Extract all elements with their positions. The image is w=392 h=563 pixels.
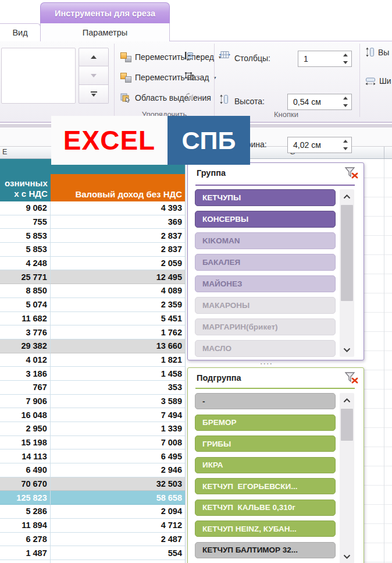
sheet-cells[interactable]	[364, 159, 392, 563]
slicer-item[interactable]: МАКАРОНЫ	[195, 297, 336, 314]
cell-gross-income[interactable]: 4 393	[51, 201, 185, 215]
cell-gross-income[interactable]: 2 059	[51, 257, 185, 271]
columns-spinner[interactable]	[340, 51, 351, 66]
cell-gross-income[interactable]: 58 658	[51, 491, 185, 505]
cell-gross-income[interactable]: 32 503	[51, 477, 185, 491]
slicer-item[interactable]: БРЕМОР	[195, 415, 336, 431]
scroll-up-button[interactable]	[340, 393, 354, 408]
slicer-scrollbar[interactable]	[340, 189, 354, 357]
gallery-more-button[interactable]	[79, 85, 109, 104]
tab-options[interactable]: Параметры	[40, 23, 170, 41]
cell-gross-income[interactable]: 369	[51, 215, 185, 229]
slicer-item[interactable]: КЕТЧУП КАЛЬВЕ 0,310г	[195, 500, 336, 516]
cell-gross-income[interactable]: 1 821	[51, 353, 185, 367]
cell-retail-sum[interactable]: 755	[0, 215, 51, 229]
cell-gross-income[interactable]: 7 008	[51, 436, 185, 450]
pivot-table[interactable]: озничных х с НДС Валовый доход без НДС 9…	[0, 159, 186, 563]
cell-gross-income[interactable]: 554	[51, 546, 185, 560]
cell-retail-sum[interactable]: 9 027	[0, 560, 51, 563]
cell-gross-income[interactable]: 7 494	[51, 408, 185, 422]
cell-retail-sum[interactable]: 15 198	[0, 436, 51, 450]
cell-gross-income[interactable]: 1 339	[51, 422, 185, 436]
width-input[interactable]: 4,02 см	[287, 137, 352, 153]
gallery-scroll-down-button[interactable]	[79, 66, 109, 85]
gallery-scroll-up-button[interactable]	[79, 48, 109, 66]
slicer-item[interactable]: КЕТЧУП БАЛТИМОР 32...	[195, 542, 336, 558]
slicer-item[interactable]: МАРГАРИН(брикет)	[195, 318, 336, 335]
slicer-item[interactable]: МАЙОНЕЗ	[195, 275, 336, 292]
cell-gross-income[interactable]: 2 094	[51, 505, 185, 519]
cell-gross-income[interactable]: 12 495	[51, 270, 185, 284]
gallery-scrollbar[interactable]	[79, 48, 109, 104]
cell-retail-sum[interactable]: 8 850	[0, 284, 51, 298]
cell-retail-sum[interactable]: 7 906	[0, 395, 51, 409]
cell-retail-sum[interactable]: 29 382	[0, 339, 51, 353]
slicer-item[interactable]: ГРИБЫ	[195, 435, 336, 452]
slicer-scrollbar[interactable]	[340, 393, 354, 563]
clear-filter-button[interactable]	[344, 371, 359, 384]
width-value[interactable]: 4,02 см	[288, 140, 340, 150]
cell-retail-sum[interactable]: 6 278	[0, 533, 51, 547]
column-header-e[interactable]: E	[2, 148, 7, 156]
cell-retail-sum[interactable]: 4 248	[0, 257, 51, 271]
scroll-down-button[interactable]	[340, 342, 354, 357]
cell-gross-income[interactable]: 2 359	[51, 298, 185, 312]
slicer-styles-gallery[interactable]	[1, 48, 76, 104]
cell-retail-sum[interactable]: 125 823	[0, 491, 51, 505]
columns-value[interactable]: 1	[298, 54, 340, 63]
cell-retail-sum[interactable]: 11 894	[0, 519, 51, 533]
scrollbar-thumb[interactable]	[341, 409, 353, 441]
height-value[interactable]: 0,54 см	[288, 97, 340, 107]
scroll-down-button[interactable]	[340, 549, 354, 563]
slicer-item[interactable]: МАСЛО	[195, 340, 336, 357]
align-objects-button[interactable]: ▾	[184, 48, 211, 63]
slicer-subgroup[interactable]: Подгруппа - БРЕМОР ГРИБЫ ИКРА КЕТЧУП ЕГО…	[187, 367, 364, 563]
cell-gross-income[interactable]: 4 712	[51, 519, 185, 533]
cell-retail-sum[interactable]: 9 062	[0, 201, 51, 215]
cell-retail-sum[interactable]: 16 048	[0, 408, 51, 422]
cell-gross-income[interactable]: 1 458	[51, 367, 185, 381]
slicer-item[interactable]: KIKOMAN	[195, 232, 336, 249]
cell-gross-income[interactable]: 1 762	[51, 325, 185, 339]
cell-retail-sum[interactable]: 5 853	[0, 243, 51, 257]
clear-filter-button[interactable]	[344, 167, 359, 179]
cell-gross-income[interactable]: 2 946	[51, 463, 185, 477]
cell-retail-sum[interactable]: 4 012	[0, 353, 51, 367]
cell-retail-sum[interactable]: 3 776	[0, 325, 51, 339]
cell-gross-income[interactable]: 2 837	[51, 229, 185, 243]
cell-gross-income[interactable]: 3 570	[51, 560, 185, 563]
cell-retail-sum[interactable]: 3 186	[0, 367, 51, 381]
slicer-item[interactable]: ИКРА	[195, 457, 336, 473]
cell-gross-income[interactable]: 2 487	[51, 533, 185, 547]
scroll-up-button[interactable]	[340, 189, 354, 204]
cell-gross-income[interactable]: 353	[51, 381, 185, 395]
height-input[interactable]: 0,54 см	[287, 94, 352, 110]
table-header-gross-income[interactable]: Валовый доход без НДС	[51, 174, 185, 201]
cell-gross-income[interactable]: 2 837	[51, 243, 185, 257]
cell-retail-sum[interactable]: 70 670	[0, 477, 51, 491]
cell-gross-income[interactable]: 3 589	[51, 395, 185, 409]
rotate-objects-button[interactable]: ▾	[184, 89, 211, 104]
size-height-button[interactable]: Вы	[365, 47, 389, 57]
cell-retail-sum[interactable]: 2 950	[0, 422, 51, 436]
scrollbar-thumb[interactable]	[341, 205, 353, 301]
columns-input[interactable]: 1	[298, 51, 352, 67]
slicer-item[interactable]: КОНСЕРВЫ	[195, 211, 336, 228]
cell-gross-income[interactable]: 6 495	[51, 449, 185, 463]
cell-retail-sum[interactable]: 5 286	[0, 505, 51, 519]
slicer-item[interactable]: КЕТЧУПЫ	[195, 189, 336, 206]
cell-retail-sum[interactable]: 5 074	[0, 298, 51, 312]
slicer-item[interactable]: БАКАЛЕЯ	[195, 254, 336, 271]
cell-retail-sum[interactable]: 767	[0, 381, 51, 395]
cell-gross-income[interactable]: 13 660	[51, 339, 185, 353]
size-width-button[interactable]: Ши	[365, 76, 391, 86]
slicer-item[interactable]: КЕТЧУП ЕГОРЬЕВСКИ...	[195, 478, 336, 494]
slicer-item[interactable]: -	[195, 393, 336, 409]
cell-retail-sum[interactable]: 14 113	[0, 449, 51, 463]
slicer-item[interactable]: КЕТЧУП HEINZ, КУБАН...	[195, 520, 336, 537]
cell-retail-sum[interactable]: 1 487	[0, 546, 51, 560]
cell-gross-income[interactable]: 5 451	[51, 312, 185, 326]
slicer-resize-handle[interactable]: ▪▪▪▪	[261, 362, 273, 366]
cell-gross-income[interactable]: 4 089	[51, 284, 185, 298]
cell-retail-sum[interactable]: 11 682	[0, 312, 51, 326]
